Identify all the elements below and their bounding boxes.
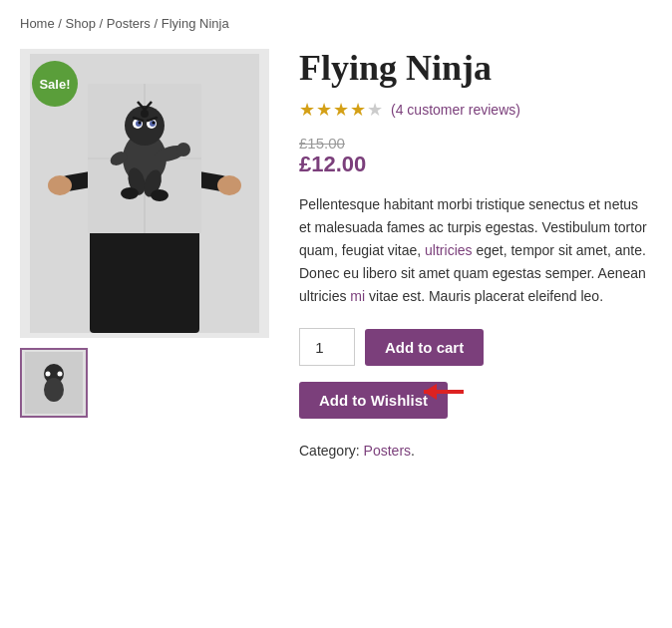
thumbnail-1[interactable]: [20, 348, 88, 418]
star-4: ★: [350, 99, 366, 121]
thumbnail-image-1: [25, 352, 83, 414]
breadcrumb-posters[interactable]: Posters: [107, 16, 151, 31]
arrow-indicator: [409, 374, 469, 410]
product-images: Sale!: [20, 49, 269, 418]
review-count-link[interactable]: (4 customer reviews): [391, 102, 520, 118]
svg-point-5: [217, 175, 241, 195]
breadcrumb-current: Flying Ninja: [162, 16, 229, 31]
main-product-image: Sale!: [20, 49, 269, 338]
desc-link-mi[interactable]: mi: [350, 288, 365, 304]
svg-point-25: [176, 143, 190, 157]
quantity-input[interactable]: [299, 328, 355, 366]
svg-point-17: [153, 122, 156, 125]
svg-point-28: [121, 187, 139, 199]
category-line: Category: Posters.: [299, 443, 652, 459]
sale-badge: Sale!: [32, 61, 78, 107]
original-price: £15.00: [299, 135, 652, 152]
product-title: Flying Ninja: [299, 49, 652, 89]
category-link[interactable]: Posters: [364, 443, 411, 459]
svg-point-33: [46, 372, 51, 377]
star-rating: ★ ★ ★ ★ ★: [299, 99, 383, 121]
svg-point-34: [58, 372, 63, 377]
svg-point-3: [48, 175, 72, 195]
svg-rect-11: [127, 122, 163, 132]
breadcrumb: Home / Shop / Posters / Flying Ninja: [20, 16, 652, 31]
product-info: Flying Ninja ★ ★ ★ ★ ★ (4 customer revie…: [299, 49, 652, 459]
product-description: Pellentesque habitant morbi tristique se…: [299, 193, 652, 308]
svg-point-16: [139, 122, 142, 125]
category-label: Category:: [299, 443, 360, 459]
thumbnail-strip: [20, 348, 269, 418]
breadcrumb-home[interactable]: Home: [20, 16, 55, 31]
star-5: ★: [367, 99, 383, 121]
wishlist-row: Add to Wishlist: [299, 382, 448, 419]
star-2: ★: [316, 99, 332, 121]
star-1: ★: [299, 99, 315, 121]
rating-row: ★ ★ ★ ★ ★ (4 customer reviews): [299, 99, 652, 121]
desc-link-ultricies[interactable]: ultricies: [425, 242, 472, 258]
cart-row: Add to cart: [299, 328, 652, 366]
svg-marker-36: [424, 384, 437, 400]
star-3: ★: [333, 99, 349, 121]
svg-point-32: [44, 378, 64, 402]
price-block: £15.00 £12.00: [299, 135, 652, 177]
current-price: £12.00: [299, 152, 652, 177]
add-to-cart-button[interactable]: Add to cart: [365, 329, 484, 366]
breadcrumb-shop[interactable]: Shop: [66, 16, 96, 31]
review-count-text: 4 customer reviews: [396, 102, 516, 118]
svg-point-29: [151, 189, 168, 201]
svg-point-20: [141, 110, 149, 118]
